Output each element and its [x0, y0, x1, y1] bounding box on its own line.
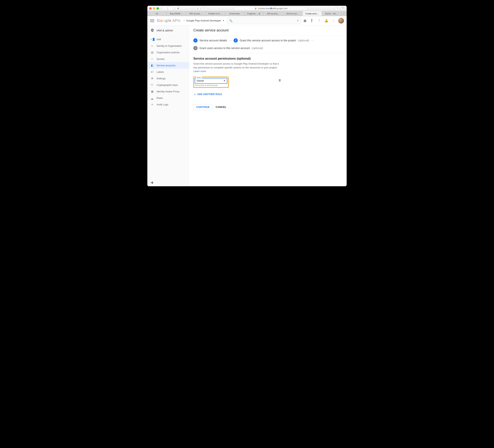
- person-add-icon: +👤: [150, 38, 154, 41]
- account-icon: ☺: [150, 44, 154, 47]
- step-3-label[interactable]: Grant users access to this service accou…: [199, 47, 250, 50]
- tag-icon: 🏷: [150, 70, 154, 73]
- learn-more-link[interactable]: Learn more: [193, 70, 206, 73]
- step-1-label[interactable]: Service account details: [199, 39, 227, 42]
- nav-labels[interactable]: 🏷Labels: [147, 69, 189, 75]
- nav-identity-org[interactable]: ☺Identity & Organisation: [147, 43, 189, 49]
- section-description: Grant this service account access to Goo…: [193, 62, 282, 73]
- step-2-label[interactable]: Grant this service account access to the…: [240, 39, 296, 42]
- reload-icon[interactable]: ↻: [274, 7, 276, 10]
- collapse-sidebar[interactable]: ◂▮: [147, 179, 189, 186]
- gear-icon: ⚙: [150, 77, 154, 80]
- help-icon[interactable]: ❔: [317, 19, 321, 22]
- role-select[interactable]: Owner ▼: [195, 78, 227, 84]
- browser-tab[interactable]: Grammarly: [225, 11, 244, 16]
- role-field-label: Role: [196, 77, 202, 79]
- nav-service-accounts[interactable]: ◧Service accounts: [147, 62, 189, 69]
- continue-button[interactable]: CONTINUE: [193, 104, 212, 110]
- browser-tab[interactable]: de: [147, 11, 167, 16]
- lock-icon: 🔒: [254, 7, 257, 9]
- step-2-badge: 2: [234, 38, 238, 43]
- nav-iap[interactable]: ▦Identity-Aware Proxy: [147, 88, 189, 95]
- chevron-down-icon: ▼: [222, 20, 224, 22]
- titlebar: ‹ › ◧ ◎ ⓘ 🔒 console.developers.google.co…: [147, 6, 347, 11]
- minimize-window[interactable]: [153, 7, 155, 10]
- more-icon[interactable]: ⋮: [332, 19, 335, 22]
- alert-icon[interactable]: ❗: [310, 19, 314, 22]
- close-window[interactable]: [149, 7, 152, 10]
- list-icon: ≡: [150, 103, 154, 106]
- gift-icon[interactable]: ▦: [304, 19, 306, 22]
- nav-crypto-keys[interactable]: 🛡Cryptographic keys: [147, 82, 189, 88]
- audio-icon: 🔊: [259, 13, 261, 14]
- audio-icon[interactable]: 🔊: [270, 7, 272, 10]
- browser-tab-active[interactable]: Create servi…: [303, 11, 322, 16]
- menu-icon[interactable]: [150, 19, 154, 23]
- new-tab-button[interactable]: +: [341, 11, 347, 16]
- nav-roles[interactable]: ▂Roles: [147, 95, 189, 101]
- project-name: Google Play Android Developer: [186, 19, 221, 22]
- back-button[interactable]: ‹: [162, 7, 167, 10]
- save-icon: ⏍: [150, 57, 154, 60]
- nav-quotas[interactable]: ⏍Quotas: [147, 56, 189, 62]
- search-input[interactable]: 🔍 ▼: [227, 17, 301, 24]
- project-icon: ⁘: [183, 19, 185, 22]
- nav-settings[interactable]: ⚙Settings: [147, 75, 189, 82]
- step-3-badge: 3: [193, 46, 198, 50]
- avatar[interactable]: [338, 18, 344, 24]
- main-content: Create service account ✓ Service account…: [189, 25, 347, 186]
- chevron-down-icon: ▼: [223, 80, 225, 82]
- section-title: IAM & admin: [147, 25, 189, 35]
- doc-icon: ▤: [150, 51, 154, 54]
- browser-tab[interactable]: Bug 59400:…: [167, 11, 186, 16]
- roles-icon: ▂: [150, 96, 154, 100]
- step-1-badge: ✓: [193, 38, 198, 43]
- nav-org-policies[interactable]: ▤Organisation policies: [147, 49, 189, 56]
- key-icon: ◧: [150, 64, 154, 67]
- window-controls: [149, 7, 159, 10]
- plus-icon: ＋: [193, 92, 197, 96]
- shield-icon: [150, 28, 154, 33]
- share-icon[interactable]: ⇪: [335, 7, 339, 10]
- browser-tab[interactable]: API access…: [264, 11, 283, 16]
- nav: +👤IAM ☺Identity & Organisation ▤Organisa…: [147, 35, 189, 108]
- browser-tab[interactable]: Service acc…: [283, 11, 302, 16]
- stepper: ✓ Service account details — 2 Grant this…: [189, 36, 347, 53]
- grid-icon: ▦: [150, 90, 154, 93]
- role-help-text: Full access to all resources.: [195, 84, 227, 87]
- tabs-icon[interactable]: ❐: [341, 7, 345, 10]
- browser-tab[interactable]: Stores · Sm…: [322, 11, 341, 16]
- sidebar: IAM & admin +👤IAM ☺Identity & Organisati…: [147, 25, 189, 186]
- reader-button[interactable]: ◎: [195, 7, 200, 10]
- cancel-button[interactable]: CANCEL: [216, 106, 226, 109]
- info-button[interactable]: ⓘ: [202, 7, 207, 10]
- delete-role-icon[interactable]: 🗑: [278, 79, 281, 82]
- nav-iam[interactable]: +👤IAM: [147, 36, 189, 43]
- address-bar[interactable]: 🔒 console.developers.google.com 🔊 ↻: [235, 7, 307, 10]
- step-3-optional: (optional): [252, 47, 263, 50]
- role-value: Owner: [197, 79, 204, 82]
- search-icon: 🔍: [229, 19, 233, 22]
- page-title: Create service account: [189, 25, 347, 36]
- chevron-down-icon: ▼: [297, 20, 299, 22]
- google-apis-logo[interactable]: Google APIs: [157, 18, 181, 23]
- maximize-window[interactable]: [157, 7, 159, 10]
- project-selector[interactable]: ⁘ Google Play Android Developer ▼: [183, 19, 224, 22]
- nav-audit-logs[interactable]: ≡Audit Logs: [147, 101, 189, 108]
- browser-tab[interactable]: Publish to G…: [206, 11, 225, 16]
- shield-icon: 🛡: [150, 83, 154, 87]
- highlight-box: Role Owner ▼ Full access to all resource…: [193, 77, 229, 88]
- forward-button[interactable]: ›: [168, 7, 173, 10]
- sidebar-toggle[interactable]: ◧: [176, 7, 181, 10]
- cloud-header: Google APIs ⁘ Google Play Android Develo…: [147, 16, 347, 25]
- add-another-role-button[interactable]: ＋ ADD ANOTHER ROLE: [193, 92, 342, 96]
- bell-icon[interactable]: 🔔: [324, 19, 328, 22]
- tab-strip: de Bug 59400:… API access… Publish to G……: [147, 11, 347, 16]
- step-2-optional: (optional): [298, 39, 309, 42]
- svg-point-0: [152, 30, 153, 31]
- browser-tab[interactable]: Fragmen…🔊: [244, 11, 264, 16]
- section-heading: Service account permissions (optional): [193, 57, 342, 60]
- browser-tab[interactable]: API access…: [186, 11, 205, 16]
